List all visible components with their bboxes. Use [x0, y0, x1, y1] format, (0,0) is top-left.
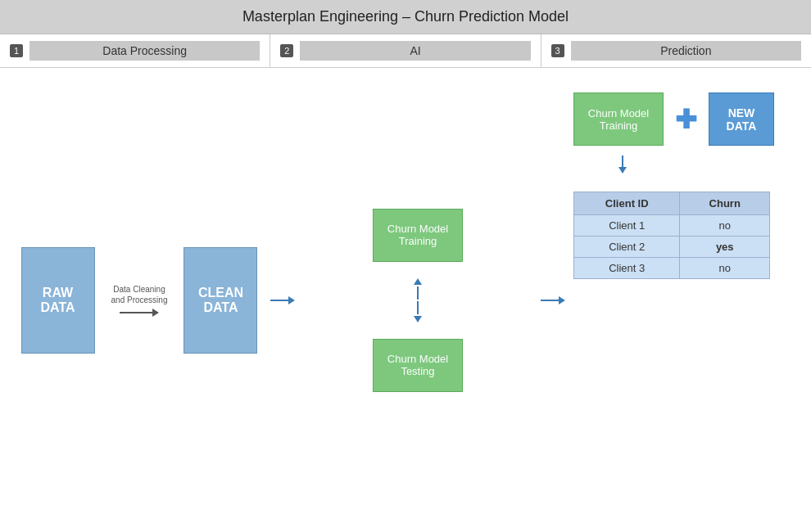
connector-head [288, 296, 295, 304]
section-label-3: Prediction [571, 41, 801, 61]
connector-shaft [270, 300, 288, 301]
table-row: Client 1 [574, 215, 680, 237]
testing-label: Churn ModelTesting [387, 353, 448, 377]
section-label-2: AI [300, 41, 530, 61]
section-label-1: Data Processing [29, 41, 260, 61]
section-num-1: 1 [10, 44, 23, 57]
down-arrow [414, 316, 422, 322]
double-arrow [414, 278, 422, 322]
prediction-table: Client ID Churn Client 1noClient 2yesCli… [573, 192, 770, 279]
section-header-3: 3 Prediction [541, 34, 811, 67]
col-churn: Churn [680, 192, 770, 215]
new-data-box: NEWDATA [709, 92, 774, 146]
clean-data-label: CLEANDATA [198, 286, 243, 315]
clean-data-box: CLEANDATA [183, 247, 257, 354]
s2-s3-connector [541, 84, 565, 516]
right-arrow [120, 309, 159, 317]
up-arrow [414, 278, 422, 285]
training-box: Churn ModelTraining [373, 209, 463, 262]
diagram-area: RAWDATA Data Cleaningand Processing CLEA… [0, 68, 811, 532]
raw-data-box: RAWDATA [21, 247, 95, 354]
training-label: Churn ModelTraining [387, 223, 448, 247]
churn-cell: no [680, 215, 770, 237]
table-row: Client 3 [574, 258, 680, 279]
churn-cell: yes [680, 237, 770, 258]
down-shaft [622, 156, 623, 167]
s1-s2-connector [270, 84, 295, 516]
vert-shaft-2 [417, 301, 419, 314]
prediction-top: Churn ModelTraining ✚ NEWDATA [573, 92, 774, 146]
raw-data-label: RAWDATA [41, 286, 75, 315]
main-title: Masterplan Engineering – Churn Predictio… [242, 8, 569, 25]
ai-boxes: Churn ModelTraining Churn ModelTesting [373, 209, 463, 392]
new-data-label: NEWDATA [727, 106, 757, 133]
col-client-id: Client ID [574, 192, 680, 215]
arrow-head [152, 309, 159, 317]
cleaning-label: Data Cleaningand Processing [111, 284, 168, 305]
prediction-model-label: Churn ModelTraining [588, 107, 649, 132]
cleaning-text: Data Cleaningand Processing [111, 285, 168, 304]
plus-icon: ✚ [675, 104, 697, 135]
title-bar: Masterplan Engineering – Churn Predictio… [0, 0, 811, 34]
section-num-2: 2 [280, 44, 293, 57]
section-2-area: Churn ModelTraining Churn ModelTesting [295, 84, 541, 516]
section-header-2: 2 AI [270, 34, 541, 67]
down-arrow-to-table [618, 156, 627, 174]
prediction-model-box: Churn ModelTraining [573, 92, 664, 146]
vert-shaft-1 [417, 286, 419, 300]
churn-cell: no [680, 258, 770, 279]
table-down-arrow [618, 167, 627, 174]
s2-s3-shaft [541, 300, 559, 301]
section-header-1: 1 Data Processing [0, 34, 270, 67]
sections-bar: 1 Data Processing 2 AI 3 Prediction [0, 34, 811, 68]
section-3-area: Churn ModelTraining ✚ NEWDATA Client ID … [565, 84, 803, 516]
main-container: Masterplan Engineering – Churn Predictio… [0, 0, 811, 532]
section-1-area: RAWDATA Data Cleaningand Processing CLEA… [8, 84, 270, 516]
section-num-3: 3 [551, 44, 564, 57]
arrow-shaft [120, 312, 152, 313]
testing-box: Churn ModelTesting [373, 339, 463, 392]
s2-s3-head [559, 296, 565, 304]
table-row: Client 2 [574, 237, 680, 258]
data-cleaning-arrow: Data Cleaningand Processing [111, 284, 168, 317]
